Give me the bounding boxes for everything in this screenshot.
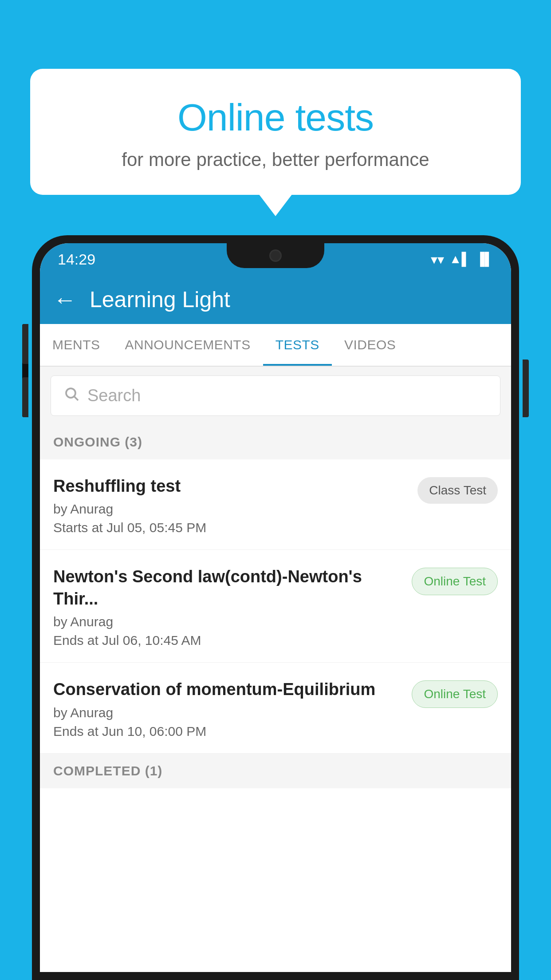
test-info-3: Conservation of momentum-Equilibrium by …	[53, 679, 412, 739]
test-badge-1: Class Test	[417, 477, 498, 504]
phone-side-left	[22, 324, 28, 417]
tab-announcements[interactable]: ANNOUNCEMENTS	[113, 324, 263, 366]
test-item-1[interactable]: Reshuffling test by Anurag Starts at Jul…	[40, 459, 511, 550]
tab-videos[interactable]: VIDEOS	[332, 324, 408, 366]
signal-icon: ▲▌	[449, 252, 471, 266]
ongoing-title: ONGOING (3)	[53, 435, 142, 449]
app-title: Learning Light	[90, 287, 230, 312]
svg-point-0	[66, 388, 75, 398]
test-time-2: Ends at Jul 06, 10:45 AM	[53, 633, 403, 648]
volume-down-button[interactable]	[22, 377, 28, 417]
speech-bubble: Online tests for more practice, better p…	[30, 69, 521, 195]
test-author-3: by Anurag	[53, 705, 403, 720]
wifi-icon: ▾▾	[431, 252, 444, 267]
test-author-1: by Anurag	[53, 502, 409, 517]
test-list: Reshuffling test by Anurag Starts at Jul…	[40, 459, 511, 754]
test-author-2: by Anurag	[53, 614, 403, 629]
phone-frame: 14:29 ▾▾ ▲▌ ▐▌ ← Learning Light MENTS AN…	[32, 235, 519, 980]
test-time-3: Ends at Jun 10, 06:00 PM	[53, 724, 403, 739]
completed-title: COMPLETED (1)	[53, 763, 162, 778]
tabs-container: MENTS ANNOUNCEMENTS TESTS VIDEOS	[40, 324, 511, 367]
completed-section-header: COMPLETED (1)	[40, 754, 511, 788]
test-name-2: Newton's Second law(contd)-Newton's Thir…	[53, 566, 403, 610]
status-icons: ▾▾ ▲▌ ▐▌	[431, 252, 493, 267]
test-name-3: Conservation of momentum-Equilibrium	[53, 679, 403, 700]
volume-up-button[interactable]	[22, 324, 28, 364]
tab-tests[interactable]: TESTS	[263, 324, 332, 366]
test-info-1: Reshuffling test by Anurag Starts at Jul…	[53, 475, 417, 535]
status-time: 14:29	[58, 251, 95, 268]
phone-screen: 14:29 ▾▾ ▲▌ ▐▌ ← Learning Light MENTS AN…	[40, 243, 511, 972]
ongoing-section-header: ONGOING (3)	[40, 425, 511, 459]
svg-line-1	[75, 397, 78, 400]
test-info-2: Newton's Second law(contd)-Newton's Thir…	[53, 566, 412, 648]
bubble-title: Online tests	[66, 95, 485, 139]
test-badge-3: Online Test	[412, 680, 498, 708]
search-icon	[63, 386, 79, 406]
battery-icon: ▐▌	[476, 252, 493, 266]
search-input[interactable]: Search	[87, 386, 141, 405]
test-time-1: Starts at Jul 05, 05:45 PM	[53, 520, 409, 535]
tab-ments[interactable]: MENTS	[40, 324, 113, 366]
phone-notch	[227, 243, 324, 268]
back-button[interactable]: ←	[53, 286, 76, 313]
test-item-3[interactable]: Conservation of momentum-Equilibrium by …	[40, 663, 511, 753]
bubble-subtitle: for more practice, better performance	[66, 149, 485, 170]
search-container: Search	[40, 367, 511, 425]
front-camera	[269, 249, 282, 262]
app-header: ← Learning Light	[40, 275, 511, 324]
test-badge-2: Online Test	[412, 568, 498, 595]
test-name-1: Reshuffling test	[53, 475, 409, 497]
search-bar[interactable]: Search	[51, 375, 500, 416]
power-button[interactable]	[523, 360, 529, 417]
speech-bubble-container: Online tests for more practice, better p…	[30, 69, 521, 195]
test-item-2[interactable]: Newton's Second law(contd)-Newton's Thir…	[40, 550, 511, 663]
phone-outer: 14:29 ▾▾ ▲▌ ▐▌ ← Learning Light MENTS AN…	[32, 235, 519, 980]
